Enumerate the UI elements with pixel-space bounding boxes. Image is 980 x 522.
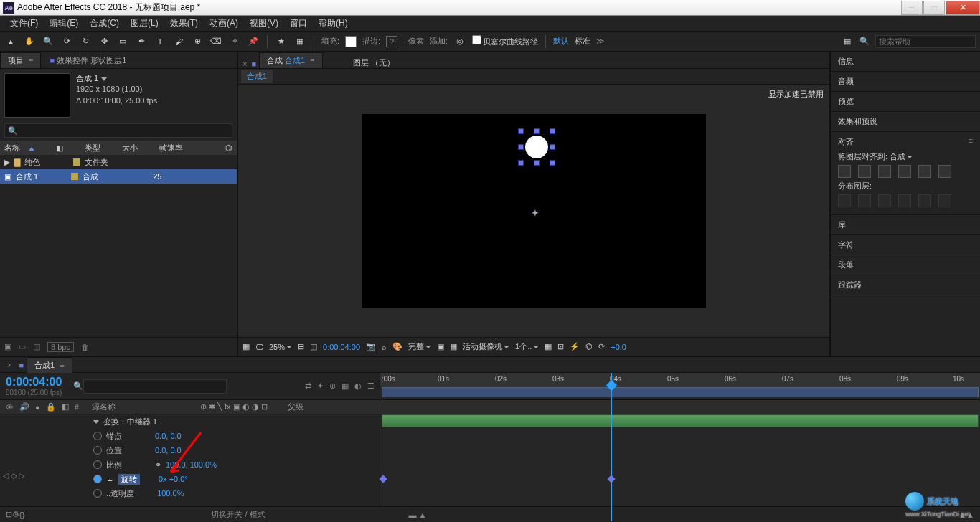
hand-tool-icon[interactable]: ✋ — [23, 35, 36, 48]
solo-col-icon[interactable]: ● — [35, 403, 40, 412]
tl-opt4-icon[interactable]: ▦ — [341, 381, 349, 391]
panel-preview[interactable]: 预览 — [831, 92, 980, 112]
zoom-out-icon[interactable]: ▬ ▲ — [409, 511, 427, 519]
panel-character[interactable]: 字符 — [831, 235, 980, 255]
tl-footer-icon2[interactable]: ⚙ — [12, 510, 19, 519]
zoom-tool-icon[interactable]: 🔍 — [42, 35, 55, 48]
pixel-icon[interactable]: ⊡ — [557, 342, 564, 351]
search-help-input[interactable] — [875, 35, 976, 48]
project-row-solids[interactable]: ▶ ▇ 纯色 文件夹 — [0, 155, 237, 169]
trash-icon[interactable]: 🗑 — [81, 343, 89, 351]
show-snapshot-icon[interactable]: ⌕ — [382, 343, 387, 351]
stopwatch-icon[interactable] — [93, 489, 102, 498]
chevron-down-icon[interactable] — [101, 77, 107, 81]
twirl-right-icon[interactable]: ▶ — [4, 158, 10, 167]
panel-tracker[interactable]: 跟踪器 — [831, 275, 980, 295]
work-area-bar[interactable] — [382, 387, 979, 397]
keyframe-marker[interactable] — [607, 475, 615, 483]
timeline-tab-comp[interactable]: 合成1 ≡ — [27, 357, 72, 373]
label-col-icon[interactable]: ◧ — [62, 402, 69, 412]
col-tag-icon[interactable]: ◧ — [56, 143, 63, 153]
new-comp-icon[interactable]: ◫ — [33, 342, 40, 351]
menu-effect[interactable]: 效果(T) — [164, 17, 204, 29]
shape-grid-icon[interactable]: ▦ — [293, 35, 306, 48]
index-col[interactable]: # — [75, 403, 79, 412]
timeline-search-input[interactable] — [83, 379, 227, 394]
align-top-icon[interactable] — [898, 165, 911, 178]
project-row-comp[interactable]: ▣ 合成 1 合成 25 — [0, 169, 237, 184]
roto-tool-icon[interactable]: ✧ — [228, 35, 241, 48]
audio-col-icon[interactable]: 🔊 — [19, 402, 29, 412]
timeline-ruler-area[interactable]: :00s 01s 02s 03s 04s 05s 06s 07s 08s 09s… — [380, 373, 980, 399]
selected-shape[interactable] — [521, 131, 552, 163]
menu-edit[interactable]: 编辑(E) — [44, 17, 84, 29]
text-tool-icon[interactable]: T — [154, 35, 166, 48]
prop-opacity[interactable]: ..透明度100.0% — [0, 486, 380, 500]
interpret-icon[interactable]: ▣ — [4, 342, 11, 351]
menu-file[interactable]: 文件(F) — [4, 17, 44, 29]
bpc-button[interactable]: 8 bpc — [47, 342, 74, 352]
align-target-dropdown[interactable]: 合成 — [890, 151, 913, 162]
source-name-col[interactable]: 源名称 — [92, 402, 116, 412]
menu-composition[interactable]: 合成(C) — [84, 17, 125, 29]
keyframe-nav[interactable]: ◁ ◇ ▷ — [3, 471, 24, 480]
bezier-checkbox[interactable]: 贝塞尔曲线路径 — [472, 35, 538, 47]
align-hcenter-icon[interactable] — [858, 165, 871, 178]
toggle-switches-button[interactable]: 切换开关 / 模式 — [211, 509, 265, 520]
time-ruler[interactable]: :00s 01s 02s 03s 04s 05s 06s 07s 08s 09s… — [380, 373, 980, 387]
eye-col-icon[interactable]: 👁 — [6, 403, 14, 412]
viewer-canvas[interactable]: 显示加速已禁用 ✦ — [238, 85, 829, 337]
link-icon[interactable]: ⚭ — [155, 460, 161, 470]
col-type[interactable]: 类型 — [85, 143, 100, 153]
workspace-standard[interactable]: 标准 — [575, 36, 590, 47]
tl-opt1-icon[interactable]: ⇄ — [305, 381, 311, 391]
maximize-button[interactable]: ▭ — [923, 1, 945, 15]
viewer-tab-comp[interactable]: 合成 合成1 ≡ — [259, 52, 323, 68]
monitor-icon[interactable]: 🖵 — [255, 343, 263, 351]
puppet-tool-icon[interactable]: 📌 — [247, 35, 260, 48]
tl-footer-icon1[interactable]: ⊡ — [6, 510, 12, 519]
menu-animation[interactable]: 动画(A) — [204, 17, 244, 29]
keyframe-marker[interactable] — [379, 475, 387, 483]
prop-scale[interactable]: 比例⚭100.0, 100.0% — [0, 457, 380, 472]
grid-icon[interactable]: ▦ — [242, 342, 250, 351]
reset-exposure-icon[interactable]: ⟳ — [598, 342, 605, 351]
guides-icon[interactable]: ⊞ — [298, 342, 304, 351]
snapshot-icon[interactable]: 📷 — [366, 342, 376, 351]
close-tab-icon[interactable]: × — [3, 361, 16, 369]
tl-footer-icon3[interactable]: {} — [19, 511, 24, 519]
camera-dropdown[interactable]: 活动摄像机 — [463, 341, 509, 352]
col-name[interactable]: 名称 — [4, 143, 34, 153]
resolution-dropdown[interactable]: 完整 — [408, 341, 431, 352]
tab-effect-controls[interactable]: ■ 效果控件 形状图层1 — [42, 53, 133, 68]
timeline-icon[interactable]: ⌬ — [585, 342, 593, 351]
current-time[interactable]: 0:00:04:00 — [323, 343, 360, 351]
col-size[interactable]: 大小 — [122, 143, 138, 153]
selection-tool-icon[interactable]: ▲ — [4, 35, 17, 48]
view-opt-icon[interactable]: ▦ — [545, 342, 552, 351]
zoom-dropdown[interactable]: 25% — [269, 343, 292, 351]
tab-project[interactable]: 项目 ≡ — [0, 52, 41, 68]
repeater-group[interactable]: 变换：中继器 1 — [0, 414, 380, 429]
fill-swatch[interactable] — [345, 36, 357, 47]
parent-col[interactable]: 父级 — [288, 402, 303, 412]
graph-icon[interactable]: ⫠ — [106, 475, 114, 483]
stroke-swatch[interactable]: ? — [386, 36, 397, 47]
tl-opt6-icon[interactable]: ☰ — [367, 381, 374, 391]
menu-window[interactable]: 窗口 — [284, 17, 313, 29]
brush-tool-icon[interactable]: 🖌 — [172, 35, 185, 48]
menu-help[interactable]: 帮助(H) — [313, 17, 354, 29]
shape-star-icon[interactable]: ★ — [275, 35, 288, 48]
breadcrumb-comp[interactable]: 合成1 — [241, 70, 273, 83]
col-tree-icon[interactable]: ⌬ — [225, 143, 232, 153]
pen-tool-icon[interactable]: ✒ — [135, 35, 148, 48]
new-folder-icon[interactable]: ▭ — [19, 342, 26, 351]
lock-col-icon[interactable]: 🔒 — [46, 402, 56, 412]
eraser-tool-icon[interactable]: ⌫ — [209, 35, 222, 48]
rotate-tool-icon[interactable]: ↻ — [79, 35, 92, 48]
align-right-icon[interactable] — [878, 165, 891, 178]
add-target-icon[interactable]: ◎ — [453, 35, 466, 48]
menu-layer[interactable]: 图层(L) — [125, 17, 164, 29]
workspace-default[interactable]: 默认 — [553, 36, 569, 47]
anchor-tool-icon[interactable]: ✥ — [98, 35, 110, 48]
